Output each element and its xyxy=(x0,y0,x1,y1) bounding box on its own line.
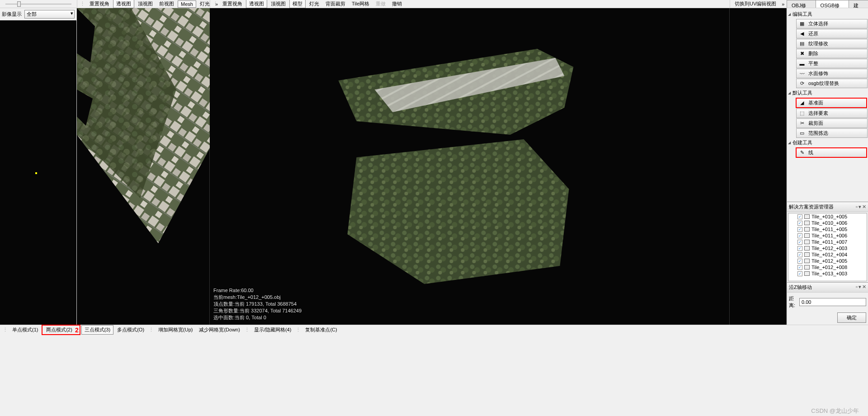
tool-选择要素[interactable]: ⬚选择要素 xyxy=(796,109,868,118)
image-display-dropdown[interactable]: 全部 xyxy=(24,10,75,19)
tab-0[interactable]: OBJ修饰 xyxy=(787,0,816,8)
vp2-btn-6[interactable]: Tile网格 xyxy=(349,0,372,8)
tile-item[interactable]: ✓Tile_+010_+005 xyxy=(788,213,867,220)
tool-icon: ◢ xyxy=(798,100,806,106)
tool-立体选择[interactable]: ▦立体选择 xyxy=(796,19,868,28)
checkbox-icon[interactable]: ✓ xyxy=(797,246,802,251)
tool-裁剪面[interactable]: ✂裁剪面 xyxy=(796,118,868,128)
tool-线[interactable]: ✎线 xyxy=(796,147,867,158)
tool-基准面[interactable]: ◢基准面 xyxy=(796,98,867,108)
viewport-uv[interactable] xyxy=(730,8,787,325)
solution-explorer: 解决方案资源管理器 ▫ ▾ ✕ ✓Tile_+010_+005✓Tile_+01… xyxy=(787,202,868,282)
tool-icon: ✖ xyxy=(798,51,806,57)
checkbox-icon[interactable]: ✓ xyxy=(797,240,802,245)
section-create-tools[interactable]: 创建工具 xyxy=(788,138,867,147)
vp2-btn-5[interactable]: 背面裁剪 xyxy=(323,0,348,8)
vp2-btn-7[interactable]: 重做 xyxy=(373,0,388,8)
viewport-perspective[interactable]: Frame Rate:60.00 当前mesh:Tile_+012_+005.o… xyxy=(210,8,730,325)
tile-item[interactable]: ✓Tile_+012_+004 xyxy=(788,251,867,258)
vp2-btn-4[interactable]: 灯光 xyxy=(307,0,322,8)
solution-list[interactable]: ✓Tile_+010_+005✓Tile_+010_+006✓Tile_+011… xyxy=(788,213,867,281)
tile-icon xyxy=(804,259,810,263)
watermark: CSDN @龙山少年 xyxy=(811,407,859,415)
bottom-btn-3[interactable]: 多点模式(O) xyxy=(114,326,147,334)
vp2-btn-0[interactable]: 重置视角 xyxy=(220,0,245,8)
tile-icon xyxy=(804,227,810,232)
bottom-btn-7[interactable]: 复制基准点(C) xyxy=(302,326,340,334)
tool-icon: ▤ xyxy=(798,41,806,47)
tile-item[interactable]: ✓Tile_+013_+003 xyxy=(788,270,867,277)
pin-icon[interactable]: ▫ xyxy=(856,204,858,210)
checkbox-icon[interactable]: ✓ xyxy=(797,252,802,257)
tile-item[interactable]: ✓Tile_+012_+008 xyxy=(788,264,867,270)
bottom-btn-2[interactable]: 三点模式(3) xyxy=(81,325,113,335)
grip-icon: ⋮ xyxy=(80,1,85,7)
pin-icon[interactable]: ▫ xyxy=(856,284,858,291)
checkbox-icon[interactable]: ✓ xyxy=(797,214,802,219)
checkbox-icon[interactable]: ✓ xyxy=(797,259,802,264)
tile-icon xyxy=(804,265,810,269)
vp1-btn-2[interactable]: 顶视图 xyxy=(135,0,156,8)
close-icon[interactable]: ✕ xyxy=(862,204,866,210)
viewport-orthographic[interactable] xyxy=(77,8,210,325)
thumbnail-view[interactable] xyxy=(0,20,76,325)
bottom-btn-1[interactable]: 两点模式(2) xyxy=(43,326,75,334)
checkbox-icon[interactable]: ✓ xyxy=(797,221,802,226)
bottom-btn-6[interactable]: 显示/隐藏网格(4) xyxy=(251,326,294,334)
tile-item[interactable]: ✓Tile_+011_+006 xyxy=(788,232,867,239)
vp2-btn-2[interactable]: 顶视图 xyxy=(268,0,288,8)
tile-icon xyxy=(804,214,810,219)
tool-范围拣选[interactable]: ▭范围拣选 xyxy=(796,128,868,138)
svg-marker-21 xyxy=(348,139,569,284)
tool-icon: ⬚ xyxy=(798,110,806,117)
slider-thumb[interactable] xyxy=(17,1,21,7)
tool-纹理修改[interactable]: ▤纹理修改 xyxy=(796,39,868,48)
tool-还原[interactable]: ◀还原 xyxy=(796,29,868,38)
distance-label: 距离: xyxy=(789,295,797,309)
tile-item[interactable]: ✓Tile_+011_+005 xyxy=(788,226,867,232)
close-icon[interactable]: ✕ xyxy=(862,284,866,291)
vp1-btn-4[interactable]: Mesh xyxy=(178,0,196,8)
vp2-btn-1[interactable]: 透视图 xyxy=(246,0,267,8)
tool-icon: ▦ xyxy=(798,21,806,27)
dropdown-icon[interactable]: ▾ xyxy=(859,284,861,291)
grip-icon: ⋮ xyxy=(213,1,218,7)
tab-2[interactable]: 建模 xyxy=(849,0,868,8)
section-default-tools[interactable]: 默认工具 xyxy=(788,89,867,97)
vp2-btn-3[interactable]: 模型 xyxy=(289,0,306,8)
confirm-button[interactable]: 确定 xyxy=(837,312,866,323)
bottom-btn-0[interactable]: 单点模式(1) xyxy=(9,326,41,334)
vp1-btn-1[interactable]: 透视图 xyxy=(113,0,134,8)
tile-icon xyxy=(804,246,810,251)
top-slider[interactable] xyxy=(0,0,77,8)
tool-平整[interactable]: ▬平整 xyxy=(796,59,868,68)
tool-水面修饰[interactable]: 〰水面修饰 xyxy=(796,69,868,78)
bottom-btn-5[interactable]: 减少网格宽(Down) xyxy=(196,326,242,334)
tile-item[interactable]: ✓Tile_+012_+005 xyxy=(788,258,867,264)
checkbox-icon[interactable]: ✓ xyxy=(797,227,802,232)
tile-item[interactable]: ✓Tile_+012_+003 xyxy=(788,245,867,251)
tool-osgb纹理替换[interactable]: ⟳osgb纹理替换 xyxy=(796,79,868,88)
tool-删除[interactable]: ✖删除 xyxy=(796,49,868,58)
vp2-btn-8[interactable]: 撤销 xyxy=(389,0,405,8)
distance-input[interactable] xyxy=(799,298,866,306)
tab-1[interactable]: OSGB修饰 xyxy=(816,0,849,8)
vp1-btn-3[interactable]: 前视图 xyxy=(156,0,177,8)
uv-edit-switch[interactable]: 切换到UV编辑视图 xyxy=(732,0,779,8)
tile-icon xyxy=(804,271,810,276)
more-icon[interactable]: » xyxy=(780,1,786,7)
checkbox-icon[interactable]: ✓ xyxy=(797,271,802,276)
right-panel: 编辑工具 ▦立体选择◀还原▤纹理修改✖删除▬平整〰水面修饰⟳osgb纹理替换 默… xyxy=(787,8,868,325)
tile-item[interactable]: ✓Tile_+011_+007 xyxy=(788,239,867,245)
right-tabs: OBJ修饰OSGB修饰建模 xyxy=(787,0,868,8)
bottom-btn-4[interactable]: 增加网格宽(Up) xyxy=(156,326,195,334)
section-edit-tools[interactable]: 编辑工具 xyxy=(788,10,867,19)
tile-item[interactable]: ✓Tile_+010_+006 xyxy=(788,220,867,226)
dropdown-icon[interactable]: ▾ xyxy=(859,204,861,210)
checkbox-icon[interactable]: ✓ xyxy=(797,265,802,270)
checkbox-icon[interactable]: ✓ xyxy=(797,233,802,238)
tool-icon: ▬ xyxy=(798,61,806,67)
vp1-btn-0[interactable]: 重置视角 xyxy=(87,0,112,8)
tile-icon xyxy=(804,233,810,238)
terrain-mesh xyxy=(210,8,729,325)
